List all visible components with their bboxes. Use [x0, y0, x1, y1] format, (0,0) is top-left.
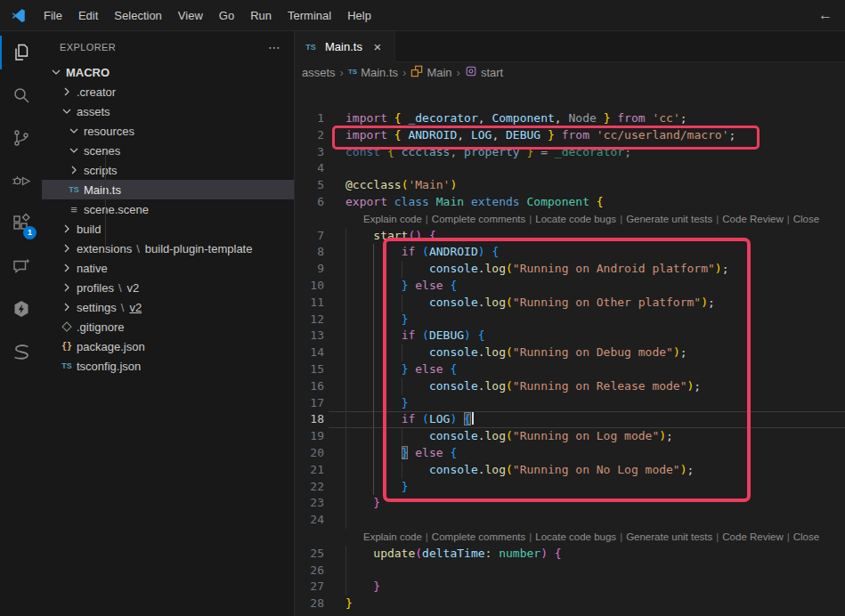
- line-number: 5: [295, 177, 324, 194]
- codelens-close[interactable]: Close: [793, 214, 819, 224]
- code-line-3[interactable]: 3const { ccclass, property } = _decorato…: [295, 144, 845, 161]
- menu-file[interactable]: File: [36, 0, 70, 31]
- tree-section-macro[interactable]: MACRO: [42, 62, 294, 82]
- codelens-generate-unit-tests[interactable]: Generate unit tests: [626, 531, 712, 542]
- codelens-complete-comments[interactable]: Complete comments: [432, 531, 525, 542]
- code-line-9[interactable]: 9 console.log("Running on Android platfo…: [295, 261, 845, 278]
- code-line-4[interactable]: 4: [295, 160, 845, 177]
- activity-ai-chat-button[interactable]: [0, 245, 42, 288]
- indent-guide: [402, 261, 402, 278]
- line-number: 14: [295, 344, 324, 361]
- code-line-14[interactable]: 14 console.log("Running on Debug mode");: [295, 344, 845, 361]
- code-line-25[interactable]: 25 update(deltaTime: number) {: [295, 546, 845, 563]
- activity-s-plugin-button[interactable]: [0, 330, 42, 373]
- code-line-11[interactable]: 11 console.log("Running on Other platfor…: [295, 295, 845, 312]
- code-line-28[interactable]: 28}: [295, 596, 845, 612]
- code-line-7[interactable]: 7 start() {: [295, 228, 845, 245]
- code-line-21[interactable]: 21 console.log("Running on No Log mode")…: [295, 462, 845, 479]
- codelens-explain-code[interactable]: Explain code: [363, 214, 422, 224]
- tree-item-scripts[interactable]: scripts: [42, 160, 294, 180]
- code-text: console.log("Running on Debug mode");: [345, 344, 687, 361]
- tree-item-profiles[interactable]: profiles\v2: [42, 278, 294, 297]
- chevron-right-icon: [60, 241, 74, 255]
- breadcrumb-label: Main: [427, 66, 451, 79]
- code-line-15[interactable]: 15 } else {: [295, 361, 845, 378]
- tree-item-tsconfig-json[interactable]: TStsconfig.json: [42, 356, 294, 376]
- codelens-locate-code-bugs[interactable]: Locate code bugs: [535, 531, 616, 542]
- menu-view[interactable]: View: [170, 0, 211, 31]
- codelens-code-review[interactable]: Code Review: [722, 531, 783, 542]
- menu-selection[interactable]: Selection: [106, 0, 169, 31]
- code-line-26[interactable]: 26: [295, 563, 845, 580]
- activity-explorer-button[interactable]: [0, 31, 42, 74]
- activity-extensions-button[interactable]: 1: [0, 202, 42, 245]
- breadcrumb-separator-icon: ›: [457, 66, 460, 79]
- menu-go[interactable]: Go: [211, 0, 242, 31]
- file-tree: MACRO.creatorassetsresourcesscenesscript…: [42, 62, 294, 376]
- breadcrumb-label: Main.ts: [361, 66, 398, 79]
- code-line-24[interactable]: 24: [295, 512, 845, 529]
- code-line-16[interactable]: 16 console.log("Running on Release mode"…: [295, 378, 845, 395]
- indent-guide: [345, 428, 346, 445]
- back-arrow-icon[interactable]: ←: [818, 0, 833, 31]
- tree-item-package-json[interactable]: {}package.json: [42, 336, 294, 356]
- tree-item--gitignore[interactable]: .gitignore: [42, 317, 294, 336]
- tree-item-settings[interactable]: settings\v2: [42, 297, 294, 317]
- breadcrumb-item-main-ts[interactable]: TSMain.ts: [348, 66, 398, 79]
- code-line-27[interactable]: 27 }: [295, 579, 845, 596]
- code-line-22[interactable]: 22 }: [295, 479, 845, 496]
- code-line-5[interactable]: 5@ccclass('Main'): [295, 177, 845, 194]
- code-text: }: [345, 596, 353, 612]
- code-line-19[interactable]: 19 console.log("Running on Log mode");: [295, 428, 845, 445]
- json-braces-icon: {}: [60, 339, 74, 353]
- menu-run[interactable]: Run: [242, 0, 280, 31]
- codelens-code-review[interactable]: Code Review: [722, 214, 783, 224]
- tree-item-extensions[interactable]: extensions\build-plugin-template: [42, 239, 294, 258]
- code-editor[interactable]: 1import { _decorator, Component, Node } …: [295, 82, 845, 616]
- code-line-10[interactable]: 10 } else {: [295, 278, 845, 295]
- code-line-2[interactable]: 2import { ANDROID, LOG, DEBUG } from 'cc…: [295, 127, 845, 144]
- activity-hex-plugin-button[interactable]: [0, 288, 42, 330]
- code-line-12[interactable]: 12 }: [295, 312, 845, 328]
- code-line-6[interactable]: 6export class Main extends Component {: [295, 194, 845, 211]
- indent-guide: [402, 462, 402, 479]
- code-line-20[interactable]: 20 } else {: [295, 445, 845, 462]
- tree-item-scenes[interactable]: scenes: [42, 141, 294, 160]
- tab-close-icon[interactable]: ×: [370, 39, 386, 54]
- code-line-1[interactable]: 1import { _decorator, Component, Node } …: [295, 110, 845, 127]
- code-line-13[interactable]: 13 if (DEBUG) {: [295, 328, 845, 344]
- code-line-17[interactable]: 17 }: [295, 395, 845, 412]
- menu-terminal[interactable]: Terminal: [280, 0, 339, 31]
- tab-main-ts[interactable]: TSMain.ts×: [295, 31, 395, 62]
- activity-run-debug-button[interactable]: [0, 159, 42, 202]
- line-number: 6: [295, 194, 324, 211]
- code-line-18[interactable]: 18 if (LOG) {: [295, 411, 845, 428]
- activity-source-control-button[interactable]: [0, 117, 42, 159]
- tree-item-build[interactable]: build: [42, 219, 294, 239]
- chevron-right-icon: [60, 300, 74, 314]
- tree-item-native[interactable]: native: [42, 258, 294, 278]
- tree-item-main-ts[interactable]: TSMain.ts: [42, 180, 294, 199]
- tree-item-resources[interactable]: resources: [42, 121, 294, 141]
- code-line-23[interactable]: 23 }: [295, 495, 845, 512]
- codelens-pipe: |: [787, 531, 790, 542]
- codelens-close[interactable]: Close: [793, 531, 819, 542]
- line-number: 13: [295, 328, 324, 344]
- code-text: import { _decorator, Component, Node } f…: [345, 110, 687, 127]
- code-line-8[interactable]: 8 if (ANDROID) {: [295, 244, 845, 261]
- more-actions-icon[interactable]: ⋯: [268, 40, 281, 54]
- activity-search-button[interactable]: [0, 74, 42, 117]
- breadcrumb-item-start[interactable]: start: [465, 65, 503, 80]
- codelens-explain-code[interactable]: Explain code: [363, 531, 422, 542]
- tree-item-scene-scene[interactable]: ≡scene.scene: [42, 199, 294, 219]
- codelens-generate-unit-tests[interactable]: Generate unit tests: [626, 214, 712, 224]
- code-text: } else {: [345, 278, 457, 295]
- codelens-complete-comments[interactable]: Complete comments: [432, 214, 525, 224]
- tree-item--creator[interactable]: .creator: [42, 82, 294, 101]
- tree-item-assets[interactable]: assets: [42, 101, 294, 121]
- breadcrumb-item-main[interactable]: Main: [410, 65, 451, 80]
- codelens-locate-code-bugs[interactable]: Locate code bugs: [535, 214, 616, 224]
- breadcrumb-item-assets[interactable]: assets: [302, 66, 336, 79]
- menu-edit[interactable]: Edit: [70, 0, 106, 31]
- menu-help[interactable]: Help: [339, 0, 379, 31]
